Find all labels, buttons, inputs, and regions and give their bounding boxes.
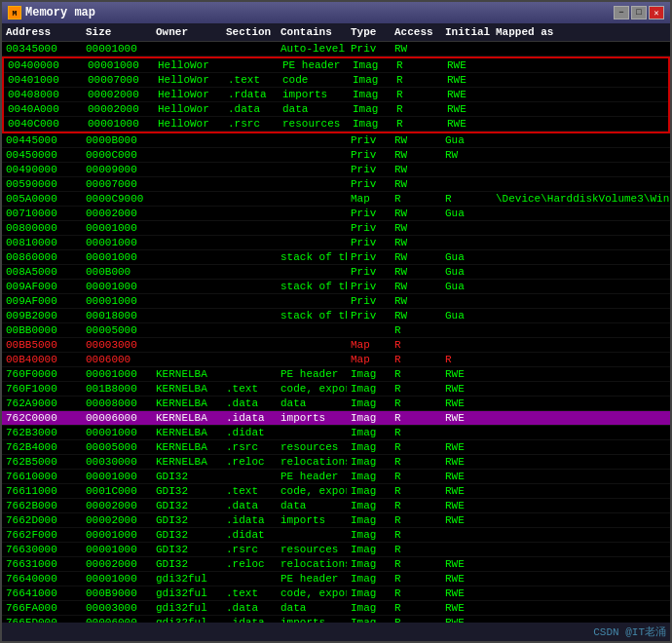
table-row[interactable]: 004450000000B000PrivRWGua [2, 133, 670, 148]
table-row[interactable]: 760F000000001000KERNELBAPE headerImagRRW… [2, 367, 670, 382]
table-row[interactable]: 005A00000000C9000MapRR\Device\HarddiskVo… [2, 192, 670, 207]
table-row[interactable]: 009B200000018000stack of thePrivRWGua [2, 309, 670, 323]
table-row[interactable]: 766FD00000006000gdi32ful.idataimportsIma… [2, 616, 670, 623]
table-row[interactable]: 766110000001C000GDI32.textcode, exportIm… [2, 484, 670, 499]
table-row[interactable]: 762B300000001000KERNELBA.didatImagR [2, 426, 670, 440]
col-access[interactable]: Access [391, 25, 441, 39]
maximize-button[interactable]: □ [631, 6, 647, 19]
table-row[interactable]: 0080000000001000PrivRW [2, 221, 670, 236]
table-row[interactable]: 760F1000001B8000KERNELBA.textcode, expor… [2, 382, 670, 397]
table-row[interactable]: 76641000000B9000gdi32ful.textcode, expor… [2, 586, 670, 601]
col-section[interactable]: Section [222, 25, 277, 39]
table-row[interactable]: 7663000000001000GDI32.rsrcresourcesImagR [2, 543, 670, 557]
col-type[interactable]: Type [347, 25, 391, 39]
col-address[interactable]: Address [2, 25, 82, 39]
table-row[interactable]: 7662B00000002000GDI32.datadataImagRRWE [2, 499, 670, 513]
table-row[interactable]: 0059000000007000PrivRW [2, 177, 670, 192]
table-row[interactable]: 008A5000000B000PrivRWGua [2, 265, 670, 280]
table-row[interactable]: 0040000000001000HelloWorPE headerImagRRW… [4, 58, 668, 73]
table-row[interactable]: 766FA00000003000gdi32ful.datadataImagRRW… [2, 601, 670, 616]
column-header: Address Size Owner Section Contains Type… [2, 23, 670, 42]
window-title: Memory map [25, 6, 95, 19]
col-mapped[interactable]: Mapped as [492, 25, 670, 39]
col-owner[interactable]: Owner [152, 25, 222, 39]
title-bar: M Memory map − □ ✕ [2, 2, 670, 23]
title-bar-left: M Memory map [8, 6, 95, 19]
table-row[interactable]: 0040800000002000HelloWor.rdataimportsIma… [4, 88, 668, 102]
table-row[interactable]: 7662F00000001000GDI32.didatImagR [2, 528, 670, 543]
table-row[interactable]: 00B400000006000MapRR [2, 353, 670, 367]
watermark: CSDN @IT老涌 [593, 624, 666, 639]
row-group: 0040000000001000HelloWorPE headerImagRRW… [2, 57, 670, 133]
col-size[interactable]: Size [82, 25, 152, 39]
table-row[interactable]: 0034500000001000Auto-levelPrivRW [2, 42, 670, 57]
close-button[interactable]: ✕ [649, 6, 664, 19]
table-row[interactable]: 762B400000005000KERNELBA.rsrcresourcesIm… [2, 440, 670, 455]
table-row[interactable]: 00BB500000003000MapR [2, 338, 670, 353]
table-row[interactable]: 0049000000009000PrivRW [2, 163, 670, 177]
table-row[interactable]: 004500000000C000PrivRWRW [2, 148, 670, 163]
table-row[interactable]: 0040100000007000HelloWor.textcodeImagRRW… [4, 73, 668, 88]
title-buttons: − □ ✕ [614, 6, 664, 19]
table-row[interactable]: 0040C00000001000HelloWor.rsrcresourcesIm… [4, 117, 668, 132]
table-body[interactable]: 0034500000001000Auto-levelPrivRW00400000… [2, 42, 670, 623]
memory-map-window: M Memory map − □ ✕ Address Size Owner Se… [0, 0, 672, 643]
table-row[interactable]: 00BB000000005000R [2, 323, 670, 338]
table-row[interactable]: 7663100000002000GDI32.relocrelocationsIm… [2, 557, 670, 572]
window-icon: M [8, 6, 21, 19]
bottom-bar: CSDN @IT老涌 [2, 623, 670, 641]
minimize-button[interactable]: − [614, 6, 629, 19]
table-row[interactable]: 009AF00000001000PrivRW [2, 294, 670, 309]
table-row[interactable]: 0081000000001000PrivRW [2, 236, 670, 250]
table-row[interactable]: 0071000000002000PrivRWGua [2, 207, 670, 221]
table-row[interactable]: 7664000000001000gdi32fulPE headerImagRRW… [2, 572, 670, 586]
table-row[interactable]: 0040A00000002000HelloWor.datadataImagRRW… [4, 102, 668, 117]
table-row[interactable]: 7661000000001000GDI32PE headerImagRRWE [2, 470, 670, 484]
table-row[interactable]: 009AF00000001000stack of thePrivRWGua [2, 280, 670, 294]
table-row[interactable]: 762B500000030000KERNELBA.relocrelocation… [2, 455, 670, 470]
col-initial[interactable]: Initial [441, 25, 492, 39]
table-row[interactable]: 762A900000008000KERNELBA.datadataImagRRW… [2, 397, 670, 411]
table-row[interactable]: 0086000000001000stack of thePrivRWGua [2, 250, 670, 265]
col-contains[interactable]: Contains [277, 25, 347, 39]
table-row[interactable]: 762C000000006000KERNELBA.idataimportsIma… [2, 411, 670, 426]
table-row[interactable]: 7662D00000002000GDI32.idataimportsImagRR… [2, 513, 670, 528]
